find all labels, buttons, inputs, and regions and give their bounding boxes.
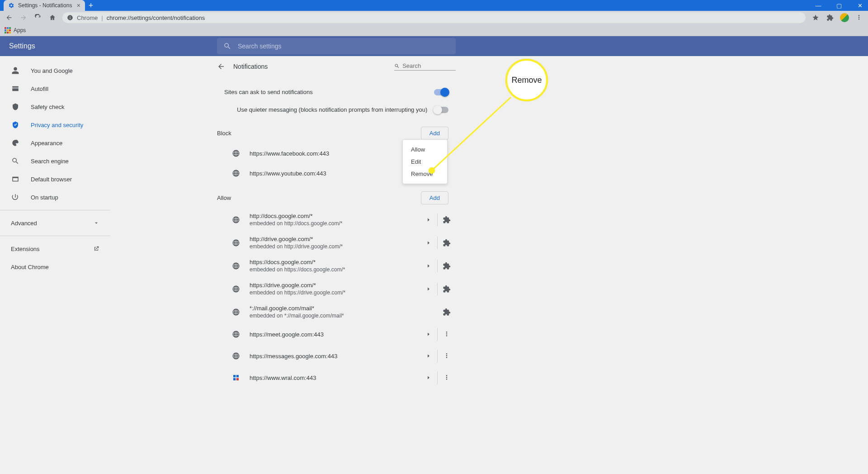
site-url: https://drive.google.com/* xyxy=(250,282,420,289)
extension-icon xyxy=(438,308,456,316)
sidebar-item-you-google[interactable]: You and Google xyxy=(0,62,110,80)
block-add-button[interactable]: Add xyxy=(421,127,448,140)
browser-menu-icon[interactable] xyxy=(854,13,863,22)
site-url: http://docs.google.com/* xyxy=(250,213,420,219)
sidebar-extensions[interactable]: Extensions xyxy=(0,240,110,258)
context-remove[interactable]: Remove xyxy=(403,168,447,180)
toggle-sites-ask: Sites can ask to send notifications xyxy=(217,83,456,101)
back-button[interactable] xyxy=(5,13,14,22)
chevron-down-icon xyxy=(93,220,99,226)
sidebar-item-appearance[interactable]: Appearance xyxy=(0,134,110,152)
allow-add-button[interactable]: Add xyxy=(421,191,448,204)
apps-icon[interactable] xyxy=(5,27,11,33)
bookmark-star-icon[interactable] xyxy=(811,13,820,22)
home-button[interactable] xyxy=(48,13,57,22)
tab-strip: Settings - Notifications × + — ▢ ✕ xyxy=(0,0,868,11)
browser-icon xyxy=(11,175,20,183)
sidebar-about[interactable]: About Chrome xyxy=(0,258,110,276)
caret-right-icon[interactable] xyxy=(420,350,438,362)
address-bar[interactable]: Chrome | chrome://settings/content/notif… xyxy=(62,12,806,23)
search-engine-icon xyxy=(11,157,20,165)
caret-right-icon[interactable] xyxy=(420,283,438,295)
sidebar-advanced[interactable]: Advanced xyxy=(0,214,110,232)
globe-icon xyxy=(231,262,241,270)
apps-label[interactable]: Apps xyxy=(14,27,26,33)
person-icon xyxy=(11,66,20,75)
site-embed: embedded on http://docs.google.com/* xyxy=(250,220,420,227)
site-url: https://www.wral.com:443 xyxy=(250,374,420,381)
caret-right-icon[interactable] xyxy=(420,237,438,249)
url-origin: Chrome xyxy=(77,14,98,21)
settings-favicon xyxy=(8,2,14,9)
profile-avatar[interactable] xyxy=(840,13,849,22)
sidebar-item-safety[interactable]: Safety check xyxy=(0,98,110,116)
search-placeholder: Search settings xyxy=(238,43,282,50)
globe-icon xyxy=(231,216,241,224)
sidebar-item-default-browser[interactable]: Default browser xyxy=(0,170,110,188)
site-url: https://meet.google.com:443 xyxy=(250,331,420,338)
allow-site-row: https://docs.google.com/*embedded on htt… xyxy=(217,254,456,277)
allow-site-row: https://drive.google.com/*embedded on ht… xyxy=(217,277,456,300)
panel-search[interactable] xyxy=(394,62,456,71)
sidebar-item-startup[interactable]: On startup xyxy=(0,188,110,206)
globe-icon xyxy=(231,352,241,360)
globe-icon xyxy=(231,239,241,247)
callout-circle: Remove xyxy=(505,59,548,101)
extension-icon xyxy=(438,285,456,293)
browser-tab[interactable]: Settings - Notifications × xyxy=(4,0,85,11)
globe-icon xyxy=(231,330,241,338)
forward-button[interactable] xyxy=(19,13,28,22)
window-minimize-button[interactable]: — xyxy=(812,1,825,10)
sidebar-item-autofill[interactable]: Autofill xyxy=(0,80,110,98)
more-menu-icon[interactable] xyxy=(438,352,456,360)
site-embed: embedded on https://drive.google.com/* xyxy=(250,289,420,296)
tab-close-icon[interactable]: × xyxy=(77,2,80,9)
caret-right-icon[interactable] xyxy=(420,371,438,384)
url-path: chrome://settings/content/notifications xyxy=(107,14,205,21)
allow-site-row: http://docs.google.com/*embedded on http… xyxy=(217,208,456,231)
settings-search[interactable]: Search settings xyxy=(217,38,456,54)
settings-title: Settings xyxy=(9,42,35,50)
svg-rect-2 xyxy=(233,378,236,380)
extensions-icon[interactable] xyxy=(826,13,835,22)
sidebar-item-privacy[interactable]: Privacy and security xyxy=(0,116,110,134)
reload-button[interactable] xyxy=(33,13,42,22)
window-maximize-button[interactable]: ▢ xyxy=(833,1,845,10)
panel-title: Notifications xyxy=(233,63,268,70)
site-url: *://mail.google.com/mail* xyxy=(250,305,438,312)
window-close-button[interactable]: ✕ xyxy=(854,1,866,10)
settings-sidebar: You and Google Autofill Safety check Pri… xyxy=(0,56,110,474)
search-icon xyxy=(223,42,231,50)
allow-site-row: *://mail.google.com/mail*embedded on *:/… xyxy=(217,300,456,323)
caret-right-icon[interactable] xyxy=(420,213,438,226)
back-arrow-icon[interactable] xyxy=(217,62,225,71)
site-url: https://docs.google.com/* xyxy=(250,259,420,265)
context-edit[interactable]: Edit xyxy=(403,156,447,168)
extension-icon xyxy=(438,262,456,270)
more-menu-icon[interactable] xyxy=(438,331,456,338)
extension-icon xyxy=(438,239,456,247)
context-allow[interactable]: Allow xyxy=(403,143,447,156)
toggle-quiet-switch[interactable] xyxy=(434,107,448,113)
svg-rect-0 xyxy=(233,375,236,377)
shield-icon xyxy=(11,103,20,111)
site-embed: embedded on *://mail.google.com/mail* xyxy=(250,313,438,319)
open-external-icon xyxy=(93,246,99,252)
sidebar-item-search-engine[interactable]: Search engine xyxy=(0,152,110,170)
panel-search-input[interactable] xyxy=(402,62,456,69)
extension-icon xyxy=(438,216,456,224)
caret-right-icon[interactable] xyxy=(420,260,438,272)
toggle-sites-ask-switch[interactable] xyxy=(434,89,448,95)
block-section-label: Block xyxy=(217,130,231,137)
site-embed: embedded on http://drive.google.com/* xyxy=(250,243,420,250)
new-tab-button[interactable]: + xyxy=(85,0,97,11)
globe-icon xyxy=(231,308,241,316)
caret-right-icon[interactable] xyxy=(420,328,438,341)
site-url: http://drive.google.com/* xyxy=(250,236,420,242)
site-url: https://messages.google.com:443 xyxy=(250,353,420,360)
site-info-icon xyxy=(67,14,73,21)
notifications-panel: Notifications Sites can ask to send noti… xyxy=(217,56,456,474)
more-menu-icon[interactable] xyxy=(438,374,456,381)
allow-section-label: Allow xyxy=(217,194,231,201)
browser-chrome: Settings - Notifications × + — ▢ ✕ Chrom… xyxy=(0,0,868,36)
